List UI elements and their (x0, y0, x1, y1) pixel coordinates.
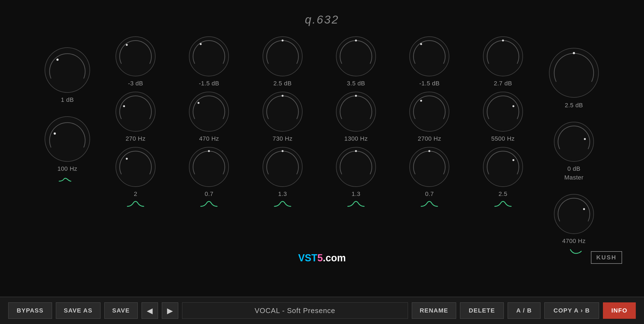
band1-q-label: 2 (134, 190, 137, 198)
svg-point-19 (198, 102, 200, 104)
svg-point-38 (483, 147, 523, 187)
band2-freq-knob[interactable] (187, 90, 231, 134)
band3-gain-cell: 2.5 dB (247, 34, 318, 87)
svg-point-11 (355, 40, 357, 42)
band5-q-knob[interactable] (407, 145, 451, 189)
svg-point-18 (189, 92, 229, 131)
svg-point-8 (263, 37, 302, 76)
band1-q-cell: 2 (100, 145, 171, 209)
svg-point-25 (420, 100, 422, 102)
band1-gain-label: -3 dB (128, 80, 143, 87)
eq-grid: -3 dB -1.5 dB 2.5 dB (100, 34, 538, 209)
svg-point-39 (512, 159, 514, 161)
band2-q-cell: 0.7 (174, 145, 244, 209)
band4-freq-cell: 1300 Hz (321, 90, 391, 142)
kush-logo: KUSH (591, 251, 622, 264)
band6-freq-knob[interactable] (481, 90, 525, 134)
band4-freq-knob[interactable] (334, 90, 378, 134)
bypass-button[interactable]: BYPASS (8, 302, 52, 319)
bottom-bar: BYPASS SAVE AS SAVE ◀ ▶ VOCAL - Soft Pre… (0, 297, 644, 324)
band6-freq-cell: 5500 Hz (468, 90, 538, 142)
band1-curve-icon (126, 200, 145, 209)
band3-q-knob[interactable] (261, 145, 304, 189)
band2-gain-knob[interactable] (187, 34, 231, 78)
eq-area: 1 dB 100 Hz (0, 34, 644, 297)
band5-gain-label: -1.5 dB (419, 80, 439, 87)
band2-freq-label: 470 Hz (199, 135, 219, 142)
save-button[interactable]: SAVE (104, 302, 138, 319)
band4-q-knob[interactable] (334, 145, 378, 189)
band5-freq-cell: 2700 Hz (394, 90, 465, 142)
svg-point-24 (410, 92, 449, 131)
master-gain-label: 0 dB (567, 165, 580, 172)
svg-point-22 (336, 92, 376, 131)
svg-point-31 (208, 150, 210, 152)
svg-point-7 (200, 43, 202, 45)
copy-ab-button[interactable]: COPY A › B (544, 302, 599, 319)
right-gain-knob[interactable] (547, 45, 601, 100)
svg-point-4 (116, 37, 155, 76)
right-column: 2.5 dB 0 dB Master 4700 Hz (547, 34, 601, 256)
band4-gain-label: 3.5 dB (347, 80, 365, 87)
svg-point-32 (263, 147, 302, 187)
band6-gain-knob[interactable] (481, 34, 525, 78)
rename-button[interactable]: RENAME (412, 302, 456, 319)
band1-freq-knob[interactable] (114, 90, 157, 134)
band5-gain-knob[interactable] (407, 34, 451, 78)
band3-freq-knob[interactable] (261, 90, 304, 134)
svg-point-30 (189, 147, 229, 187)
band1-q-knob[interactable] (114, 145, 157, 189)
band3-gain-knob[interactable] (261, 34, 304, 78)
right-curve-icon (564, 247, 583, 256)
band2-q-knob[interactable] (187, 145, 231, 189)
band2-gain-cell: -1.5 dB (174, 34, 244, 87)
band4-freq-label: 1300 Hz (344, 135, 367, 142)
svg-point-16 (116, 92, 155, 131)
svg-point-36 (410, 147, 449, 187)
svg-point-33 (281, 150, 283, 152)
right-freq-label: 4700 Hz (562, 238, 585, 245)
band2-curve-icon (199, 200, 219, 209)
band5-q-cell: 0.7 (394, 145, 465, 209)
band5-freq-knob[interactable] (407, 90, 451, 134)
svg-point-28 (116, 147, 155, 187)
svg-point-0 (45, 48, 90, 92)
svg-point-40 (549, 48, 599, 97)
left-gain-knob[interactable] (43, 45, 92, 95)
band5-q-label: 0.7 (425, 190, 434, 198)
right-gain-label: 2.5 dB (565, 102, 583, 109)
left-freq-knob[interactable] (43, 114, 92, 164)
band6-q-cell: 2.5 (468, 145, 538, 209)
band5-freq-label: 2700 Hz (418, 135, 441, 142)
band3-q-label: 1.3 (278, 190, 287, 198)
band3-gain-label: 2.5 dB (274, 80, 292, 87)
band6-q-label: 2.5 (499, 190, 507, 198)
svg-point-13 (420, 43, 422, 45)
svg-point-45 (583, 208, 585, 210)
band3-freq-cell: 730 Hz (247, 90, 318, 142)
svg-point-2 (45, 117, 90, 161)
master-knob[interactable] (552, 120, 596, 164)
save-as-button[interactable]: SAVE AS (56, 302, 100, 319)
band4-gain-knob[interactable] (334, 34, 378, 78)
svg-point-41 (573, 52, 575, 54)
svg-point-34 (336, 147, 376, 187)
svg-point-3 (54, 132, 56, 135)
left-gain-label: 1 dB (61, 96, 74, 103)
band6-q-knob[interactable] (481, 145, 525, 189)
plugin-title: q.632 (305, 13, 339, 26)
info-button[interactable]: INFO (603, 302, 636, 319)
svg-point-37 (429, 150, 430, 152)
left-column: 1 dB 100 Hz (43, 34, 92, 183)
band1-gain-knob[interactable] (114, 34, 157, 78)
right-freq-knob[interactable] (552, 192, 596, 236)
band4-q-label: 1.3 (352, 190, 360, 198)
svg-point-15 (502, 40, 504, 42)
band4-gain-cell: 3.5 dB (321, 34, 391, 87)
next-button[interactable]: ▶ (162, 302, 178, 319)
svg-point-9 (281, 40, 283, 42)
band1-freq-cell: 270 Hz (100, 90, 171, 142)
delete-button[interactable]: DELETE (460, 302, 504, 319)
prev-button[interactable]: ◀ (142, 302, 158, 319)
ab-button[interactable]: A / B (508, 302, 540, 319)
